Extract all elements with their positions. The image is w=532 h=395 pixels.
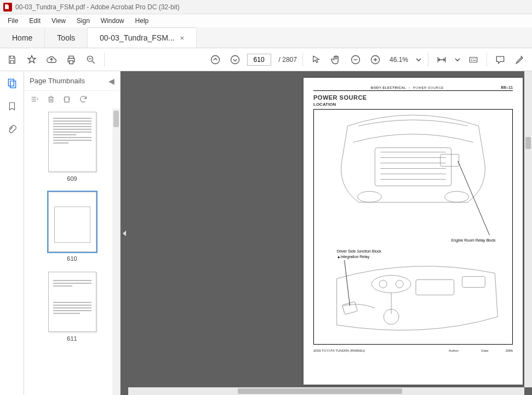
thumbnails-list: 609 610 611 <box>24 108 120 395</box>
doc-scrollbar-vertical[interactable] <box>524 71 532 387</box>
hand-tool[interactable] <box>328 52 344 67</box>
thumb-rotate-button[interactable] <box>62 95 71 105</box>
bookmark-rail-button[interactable] <box>5 100 19 113</box>
thumbnails-scrollbar[interactable] <box>112 108 120 395</box>
attachments-rail-button[interactable] <box>5 123 19 136</box>
thumbnail-label: 610 <box>67 255 77 262</box>
menu-window[interactable]: Window <box>96 16 129 26</box>
footer-model: 2003 TOYOTA TUNDRA (RM956U) <box>313 349 449 352</box>
star-button[interactable] <box>24 52 39 67</box>
page-footer: 2003 TOYOTA TUNDRA (RM956U) Author: Date… <box>313 349 513 352</box>
footer-author: Author: <box>449 349 459 352</box>
fit-width-button[interactable] <box>434 52 449 67</box>
chevron-left-icon <box>123 231 126 236</box>
thumb-refresh-button[interactable] <box>79 95 88 105</box>
svg-point-14 <box>379 280 387 288</box>
document-view[interactable]: BODY ELECTRICAL – POWER SOURCE BE–11 POW… <box>128 71 532 395</box>
page-total: / 2807 <box>279 56 297 64</box>
tab-document-label: 00-03_Tundra_FSM... <box>100 33 174 42</box>
svg-rect-5 <box>470 57 477 62</box>
label-engine-relay: Engine Room Relay Block <box>451 238 496 243</box>
menu-sign[interactable]: Sign <box>72 16 94 26</box>
zoom-in-button[interactable] <box>368 52 383 67</box>
zoom-value: 46.1% <box>387 56 410 64</box>
svg-rect-6 <box>8 79 14 87</box>
highlight-button[interactable] <box>512 52 528 67</box>
doc-scrollbar-horizontal[interactable] <box>128 387 524 395</box>
svg-point-11 <box>445 191 469 202</box>
page-header-number: BE–11 <box>501 85 513 89</box>
thumbnail-611[interactable]: 611 <box>24 272 120 342</box>
left-rail <box>0 71 24 395</box>
svg-point-15 <box>396 280 403 288</box>
close-icon[interactable]: × <box>180 34 185 42</box>
svg-rect-19 <box>342 302 358 314</box>
toolbar: / 2807 46.1% <box>0 48 532 71</box>
tab-tools[interactable]: Tools <box>45 27 88 48</box>
fit-dropdown[interactable] <box>454 52 461 67</box>
find-button[interactable] <box>83 52 99 67</box>
svg-rect-12 <box>441 154 459 167</box>
save-button[interactable] <box>4 52 20 67</box>
page-up-button[interactable] <box>208 52 223 67</box>
print-button[interactable] <box>64 52 79 67</box>
svg-rect-9 <box>375 148 451 186</box>
comment-button[interactable] <box>493 52 508 67</box>
pdf-page: BODY ELECTRICAL – POWER SOURCE BE–11 POW… <box>304 78 523 385</box>
menu-file[interactable]: File <box>3 16 22 26</box>
read-mode-button[interactable] <box>466 52 481 67</box>
zoom-dropdown[interactable] <box>415 52 422 67</box>
svg-point-10 <box>357 191 381 202</box>
page-header-section: BODY ELECTRICAL – POWER SOURCE <box>313 86 501 89</box>
thumbnails-header: Page Thumbnails ◀ <box>24 71 120 91</box>
svg-point-2 <box>231 55 239 64</box>
thumb-options-button[interactable] <box>30 95 39 105</box>
menu-view[interactable]: View <box>47 16 70 26</box>
svg-point-13 <box>371 276 411 293</box>
svg-rect-17 <box>416 280 454 295</box>
page-number-input[interactable] <box>247 54 271 66</box>
thumbnails-title: Page Thumbnails <box>30 77 85 85</box>
svg-rect-8 <box>65 97 69 102</box>
main: Page Thumbnails ◀ 609 610 611 <box>0 71 532 395</box>
page-down-button[interactable] <box>227 52 243 67</box>
thumbnails-rail-button[interactable] <box>5 77 19 90</box>
thumbnail-609[interactable]: 609 <box>24 112 120 182</box>
cloud-upload-button[interactable] <box>44 52 59 67</box>
thumbnails-tools <box>24 91 120 108</box>
label-junction-block: Driver Side Junction Block <box>337 249 382 253</box>
app-icon <box>3 3 12 12</box>
collapse-pane-icon[interactable]: ◀ <box>108 77 115 85</box>
label-integration-relay: ▲Integration Relay <box>337 255 370 259</box>
page-figure: Engine Room Relay Block Driver Side Junc… <box>313 109 513 345</box>
pane-resize-gutter[interactable] <box>121 71 128 395</box>
page-title: POWER SOURCE <box>313 94 513 101</box>
thumbnail-label: 609 <box>67 175 77 182</box>
footer-pagenum: 2086 <box>506 349 513 352</box>
menubar: File Edit View Sign Window Help <box>0 14 532 27</box>
tab-home[interactable]: Home <box>0 27 45 48</box>
svg-rect-7 <box>10 81 15 88</box>
menu-edit[interactable]: Edit <box>25 16 45 26</box>
page-subtitle: LOCATION <box>313 102 513 107</box>
thumb-delete-button[interactable] <box>47 95 55 105</box>
footer-date: Date: <box>481 349 489 352</box>
thumbnail-610[interactable]: 610 <box>24 192 120 262</box>
titlebar: 00-03_Tundra_FSM.pdf - Adobe Acrobat Pro… <box>0 0 532 14</box>
svg-point-1 <box>211 55 219 64</box>
svg-rect-18 <box>462 277 485 288</box>
tab-document[interactable]: 00-03_Tundra_FSM... × <box>88 27 197 48</box>
thumbnail-label: 611 <box>67 335 77 342</box>
zoom-out-button[interactable] <box>348 52 363 67</box>
menu-help[interactable]: Help <box>131 16 153 26</box>
thumbnails-pane: Page Thumbnails ◀ 609 610 611 <box>24 71 121 395</box>
tabs-row: Home Tools 00-03_Tundra_FSM... × <box>0 27 532 48</box>
select-tool[interactable] <box>308 52 324 67</box>
window-title: 00-03_Tundra_FSM.pdf - Adobe Acrobat Pro… <box>15 3 180 11</box>
